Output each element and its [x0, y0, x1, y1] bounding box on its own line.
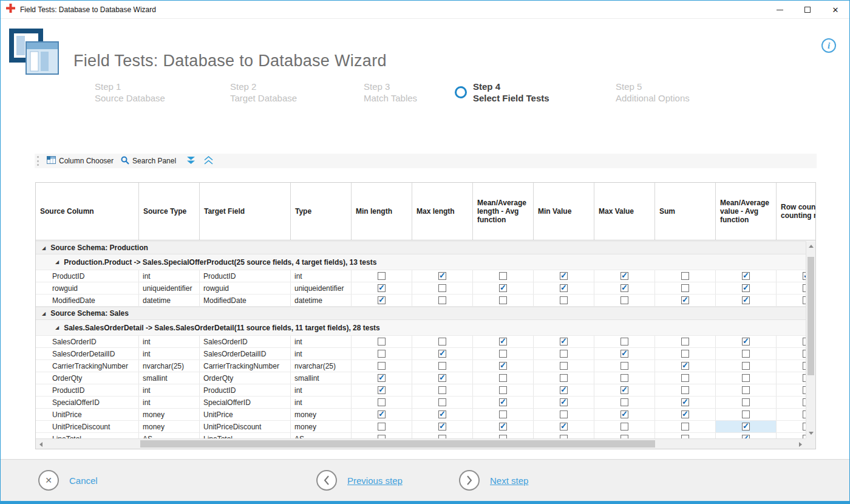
checkbox-unchecked[interactable] [620, 296, 628, 304]
checkbox-checked[interactable] [681, 362, 689, 370]
test-cell[interactable] [655, 397, 716, 408]
column-header[interactable]: Target Field [200, 183, 291, 240]
checkbox-checked[interactable] [499, 423, 507, 431]
checkbox-unchecked[interactable] [742, 386, 750, 394]
checkbox-unchecked[interactable] [378, 362, 386, 370]
column-chooser-button[interactable]: Column Chooser [43, 154, 117, 168]
checkbox-unchecked[interactable] [378, 272, 386, 280]
test-cell[interactable] [473, 295, 534, 306]
checkbox-unchecked[interactable] [499, 374, 507, 382]
test-cell[interactable] [534, 360, 594, 372]
schema-group-row[interactable]: ◢Source Schema: Production [36, 241, 815, 254]
scroll-down-arrow[interactable] [806, 428, 816, 438]
checkbox-checked[interactable] [742, 338, 750, 346]
checkbox-unchecked[interactable] [438, 386, 446, 394]
field-test-row[interactable]: SalesOrderDetailIDintSalesOrderDetailIDi… [36, 348, 815, 360]
field-test-row[interactable]: CarrierTrackingNumbernvarchar(25)Carrier… [36, 360, 815, 372]
table-group-row[interactable]: ◢Sales.SalesOrderDetail -> Sales.SalesOr… [36, 320, 815, 336]
checkbox-checked[interactable] [560, 423, 568, 431]
scroll-left-arrow[interactable] [36, 439, 46, 449]
test-cell[interactable] [534, 372, 594, 384]
test-cell[interactable] [473, 348, 534, 359]
test-cell[interactable] [655, 421, 716, 432]
test-cell[interactable] [716, 384, 777, 396]
checkbox-unchecked[interactable] [560, 410, 568, 418]
test-cell[interactable] [716, 433, 777, 438]
test-cell[interactable] [534, 270, 594, 282]
test-cell[interactable] [534, 433, 594, 438]
checkbox-checked[interactable] [438, 272, 446, 280]
column-header[interactable]: Source Type [139, 183, 200, 240]
test-cell[interactable] [412, 360, 473, 372]
checkbox-unchecked[interactable] [742, 398, 750, 406]
test-cell[interactable] [594, 397, 655, 408]
checkbox-checked[interactable] [560, 272, 568, 280]
checkbox-unchecked[interactable] [742, 362, 750, 370]
checkbox-checked[interactable] [438, 350, 446, 358]
column-header[interactable]: Source Column [36, 183, 139, 240]
test-cell[interactable] [352, 348, 412, 359]
checkbox-unchecked[interactable] [499, 296, 507, 304]
table-group-row[interactable]: ◢Production.Product -> Sales.SpecialOffe… [36, 254, 815, 270]
next-step-button[interactable]: Next step [459, 470, 528, 491]
test-cell[interactable] [594, 409, 655, 420]
test-cell[interactable] [594, 372, 655, 384]
test-cell[interactable] [534, 348, 594, 359]
checkbox-unchecked[interactable] [438, 398, 446, 406]
test-cell[interactable] [655, 348, 716, 359]
checkbox-unchecked[interactable] [438, 362, 446, 370]
checkbox-unchecked[interactable] [620, 398, 628, 406]
checkbox-unchecked[interactable] [378, 423, 386, 431]
column-header[interactable]: Row count not counting null [777, 183, 815, 240]
test-cell[interactable] [352, 397, 412, 408]
test-cell[interactable] [655, 372, 716, 384]
checkbox-checked[interactable] [742, 284, 750, 292]
scroll-right-arrow[interactable] [795, 439, 806, 449]
checkbox-unchecked[interactable] [681, 374, 689, 382]
checkbox-unchecked[interactable] [620, 362, 628, 370]
checkbox-checked[interactable] [378, 296, 386, 304]
checkbox-checked[interactable] [681, 410, 689, 418]
schema-group-row[interactable]: ◢Source Schema: Sales [36, 307, 815, 320]
test-cell[interactable] [594, 421, 655, 432]
checkbox-checked[interactable] [742, 272, 750, 280]
test-cell[interactable] [716, 372, 777, 384]
test-cell[interactable] [534, 295, 594, 306]
checkbox-checked[interactable] [681, 398, 689, 406]
maximize-button[interactable] [794, 1, 821, 19]
checkbox-unchecked[interactable] [438, 296, 446, 304]
checkbox-checked[interactable] [378, 410, 386, 418]
test-cell[interactable] [655, 270, 716, 282]
checkbox-unchecked[interactable] [681, 338, 689, 346]
checkbox-checked[interactable] [620, 350, 628, 358]
checkbox-unchecked[interactable] [620, 374, 628, 382]
checkbox-unchecked[interactable] [681, 350, 689, 358]
checkbox-unchecked[interactable] [560, 362, 568, 370]
field-test-row[interactable]: SpecialOfferIDintSpecialOfferIDint [36, 397, 815, 409]
test-cell[interactable] [473, 336, 534, 347]
test-cell[interactable] [352, 336, 412, 347]
checkbox-checked[interactable] [620, 386, 628, 394]
cancel-button[interactable]: ✕ Cancel [38, 470, 98, 491]
test-cell[interactable] [352, 282, 412, 294]
test-cell[interactable] [412, 372, 473, 384]
checkbox-unchecked[interactable] [378, 398, 386, 406]
column-header[interactable]: Sum [655, 183, 716, 240]
field-test-row[interactable]: UnitPriceDiscountmoneyUnitPriceDiscountm… [36, 421, 815, 433]
test-cell[interactable] [655, 384, 716, 396]
checkbox-unchecked[interactable] [499, 410, 507, 418]
column-header[interactable]: Mean/Average length - Avg function [473, 183, 534, 240]
test-cell[interactable] [473, 270, 534, 282]
test-cell[interactable] [412, 348, 473, 359]
test-cell[interactable] [655, 336, 716, 347]
test-cell[interactable] [473, 282, 534, 294]
expand-all-button[interactable] [200, 154, 217, 168]
test-cell[interactable] [412, 409, 473, 420]
test-cell[interactable] [473, 384, 534, 396]
info-icon[interactable]: i [821, 38, 836, 53]
collapse-all-button[interactable] [182, 154, 200, 168]
checkbox-checked[interactable] [620, 410, 628, 418]
test-cell[interactable] [534, 409, 594, 420]
test-cell[interactable] [594, 360, 655, 372]
field-test-row[interactable]: UnitPricemoneyUnitPricemoney [36, 409, 815, 421]
